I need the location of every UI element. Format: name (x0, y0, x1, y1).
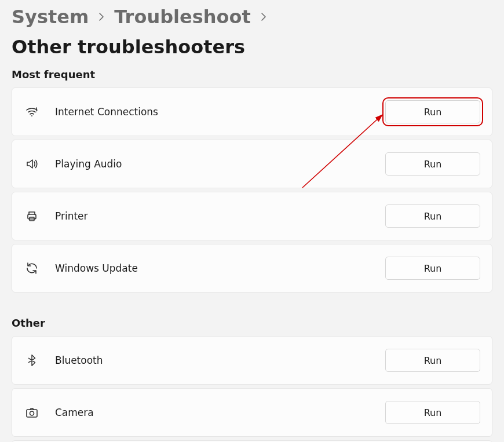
run-button-camera[interactable]: Run (385, 401, 480, 424)
troubleshooter-row-update: Windows Update Run (12, 244, 492, 293)
refresh-icon (24, 260, 40, 276)
chevron-right-icon (97, 12, 106, 21)
printer-icon (24, 208, 40, 224)
speaker-icon (24, 156, 40, 172)
run-button-bluetooth[interactable]: Run (385, 349, 480, 372)
camera-icon (24, 404, 40, 421)
svg-rect-4 (27, 410, 37, 417)
troubleshooter-row-camera: Camera Run (12, 388, 492, 437)
run-button-internet[interactable]: Run (385, 100, 480, 123)
svg-point-0 (31, 115, 32, 116)
chevron-right-icon (259, 12, 268, 21)
troubleshooter-row-internet: Internet Connections Run (12, 87, 492, 136)
breadcrumb-troubleshoot[interactable]: Troubleshoot (114, 6, 251, 28)
breadcrumb-current: Other troubleshooters (12, 36, 245, 58)
svg-point-5 (30, 411, 34, 415)
wifi-icon (24, 104, 40, 120)
troubleshooter-label: Playing Audio (55, 158, 385, 170)
troubleshooter-label: Windows Update (55, 262, 385, 274)
troubleshooter-label: Internet Connections (55, 106, 385, 118)
section-header-other: Other (12, 317, 492, 329)
section-header-most-frequent: Most frequent (12, 68, 492, 81)
breadcrumb: System Troubleshoot Other troubleshooter… (12, 6, 492, 58)
svg-rect-2 (28, 214, 36, 219)
breadcrumb-system[interactable]: System (12, 6, 89, 28)
svg-point-1 (36, 111, 36, 112)
run-button-printer[interactable]: Run (385, 204, 480, 228)
troubleshooter-row-bluetooth: Bluetooth Run (12, 336, 492, 385)
troubleshooter-row-audio: Playing Audio Run (12, 140, 492, 188)
bluetooth-icon (24, 352, 40, 368)
troubleshooter-label: Camera (55, 407, 385, 418)
troubleshooter-row-printer: Printer Run (12, 192, 492, 240)
troubleshooter-label: Printer (55, 210, 385, 222)
run-button-update[interactable]: Run (385, 257, 480, 280)
troubleshooter-label: Bluetooth (55, 355, 385, 366)
run-button-audio[interactable]: Run (385, 152, 480, 176)
